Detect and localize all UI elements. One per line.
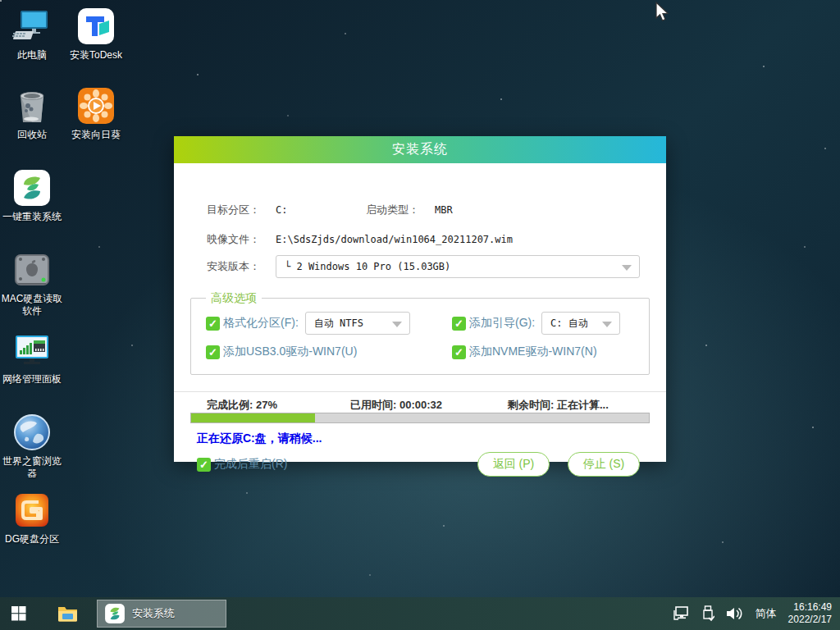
chevron-down-icon <box>602 322 612 327</box>
boot-target-value: C: 自动 <box>550 317 588 331</box>
target-partition-label: 目标分区： <box>207 203 276 217</box>
taskbar-task-install-system[interactable]: 安装系统 <box>97 600 226 628</box>
install-system-task-icon <box>104 603 126 624</box>
reinstall-system-icon <box>12 168 52 208</box>
desktop-icon-recycle-bin[interactable]: 回收站 <box>0 86 64 141</box>
divider <box>174 391 666 392</box>
file-explorer-button[interactable] <box>49 597 87 630</box>
recycle-bin-icon <box>12 86 52 126</box>
dialog-title: 安装系统 <box>392 141 448 158</box>
format-partition-label: 格式化分区(F): <box>223 316 299 331</box>
install-version-label: 安装版本： <box>207 259 276 274</box>
progress-percent-text: 完成比例: 27% <box>207 398 350 413</box>
taskbar-clock[interactable]: 16:16:49 2022/2/17 <box>788 601 832 626</box>
starfield <box>0 0 2 2</box>
desktop-icon-label: DG硬盘分区 <box>0 533 64 546</box>
clock-date: 2022/2/17 <box>788 614 832 626</box>
dialog-titlebar[interactable]: 安装系统 <box>174 136 666 163</box>
nvme-driver-label: 添加NVME驱动-WIN7(N) <box>469 345 597 359</box>
add-boot-label: 添加引导(G): <box>469 316 535 331</box>
add-boot-checkbox[interactable]: ✓ <box>452 317 466 331</box>
boot-type-value: MBR <box>435 204 453 216</box>
desktop-icon-dg-partition[interactable]: DG硬盘分区 <box>0 491 64 546</box>
target-partition-value: C: <box>276 204 366 216</box>
format-partition-checkbox[interactable]: ✓ <box>206 317 220 331</box>
usb3-driver-label: 添加USB3.0驱动-WIN7(U) <box>223 345 357 359</box>
sunflower-icon <box>76 86 116 126</box>
nvme-driver-checkbox[interactable]: ✓ <box>452 345 466 359</box>
desktop-icon-todesk[interactable]: 安装ToDesk <box>64 7 128 62</box>
image-file-value: E:\SdsZjds/download/win1064_20211207.wim <box>276 234 513 245</box>
system-tray: 简体 16:16:49 2022/2/17 <box>673 601 840 626</box>
desktop-icon-browser[interactable]: 世界之窗浏览器 <box>0 413 64 480</box>
status-message: 正在还原C:盘，请稍候... <box>197 431 322 446</box>
boot-target-select[interactable]: C: 自动 <box>541 312 620 335</box>
desktop-icon-label: 回收站 <box>0 129 64 141</box>
folder-icon <box>57 605 79 623</box>
advanced-options-group: 高级选项 ✓ 格式化分区(F): 自动 NTFS ✓ 添加引导(G): C: 自… <box>190 298 650 375</box>
desktop-icon-label: 一键重装系统 <box>0 211 64 223</box>
network-icon[interactable] <box>673 606 690 621</box>
windows-logo-icon <box>11 606 26 621</box>
desktop-icon-mac-disk[interactable]: MAC硬盘读取软件 <box>0 250 64 317</box>
install-version-select[interactable]: └ 2 Windows 10 Pro (15.03GB) <box>276 255 640 278</box>
format-type-value: 自动 NTFS <box>314 317 363 331</box>
mac-disk-icon <box>12 250 52 290</box>
volume-icon[interactable] <box>726 606 744 621</box>
image-file-label: 映像文件： <box>207 232 276 247</box>
desktop-icon-label: 此电脑 <box>0 49 64 62</box>
desktop-icon-reinstall[interactable]: 一键重装系统 <box>0 168 64 223</box>
install-system-dialog: 安装系统 目标分区： C: 启动类型： MBR 映像文件： E:\SdsZjds… <box>174 136 666 462</box>
desktop-icon-label: MAC硬盘读取软件 <box>0 293 64 317</box>
network-panel-icon <box>12 331 52 370</box>
install-version-value: └ 2 Windows 10 Pro (15.03GB) <box>285 261 450 272</box>
boot-type-label: 启动类型： <box>366 203 435 217</box>
remaining-time-text: 剩余时间: 正在计算... <box>508 398 609 413</box>
this-pc-icon <box>12 7 52 46</box>
clock-time: 16:16:49 <box>788 601 832 614</box>
dg-partition-icon <box>12 491 52 530</box>
chevron-down-icon <box>622 265 632 271</box>
restart-after-label: 完成后重启(R) <box>214 457 287 472</box>
mouse-cursor <box>655 2 673 23</box>
advanced-options-title: 高级选项 <box>206 291 262 306</box>
progress-bar <box>190 413 650 423</box>
format-type-select[interactable]: 自动 NTFS <box>305 312 410 335</box>
taskbar: 安装系统 简体 16:16:49 2022/2/17 <box>0 597 840 630</box>
world-browser-icon <box>12 413 52 452</box>
usb3-driver-checkbox[interactable]: ✓ <box>206 345 220 359</box>
restart-after-checkbox[interactable]: ✓ <box>197 458 211 472</box>
desktop-icon-this-pc[interactable]: 此电脑 <box>0 7 64 62</box>
desktop-icon-sunflower[interactable]: 安装向日葵 <box>64 86 128 141</box>
desktop-icon-label: 世界之窗浏览器 <box>0 455 64 480</box>
input-method-indicator[interactable]: 简体 <box>756 606 777 621</box>
stop-button[interactable]: 停止 (S) <box>568 452 640 477</box>
desktop-icon-label: 网络管理面板 <box>0 373 64 386</box>
desktop-icon-label: 安装向日葵 <box>64 129 128 141</box>
dialog-footer: ✓ 完成后重启(R) 返回 (P) 停止 (S) <box>197 452 640 477</box>
chevron-down-icon <box>392 322 402 327</box>
elapsed-time-text: 已用时间: 00:00:32 <box>350 398 508 413</box>
desktop-icon-network-panel[interactable]: 网络管理面板 <box>0 331 64 386</box>
taskbar-task-label: 安装系统 <box>132 606 175 621</box>
back-button[interactable]: 返回 (P) <box>477 452 550 477</box>
usb-device-icon[interactable] <box>701 605 714 622</box>
progress-bar-fill <box>191 413 315 422</box>
progress-stats: 完成比例: 27% 已用时间: 00:00:32 剩余时间: 正在计算... <box>207 398 640 413</box>
desktop-icon-label: 安装ToDesk <box>64 49 128 62</box>
start-button[interactable] <box>0 597 38 630</box>
todesk-icon <box>76 7 116 46</box>
